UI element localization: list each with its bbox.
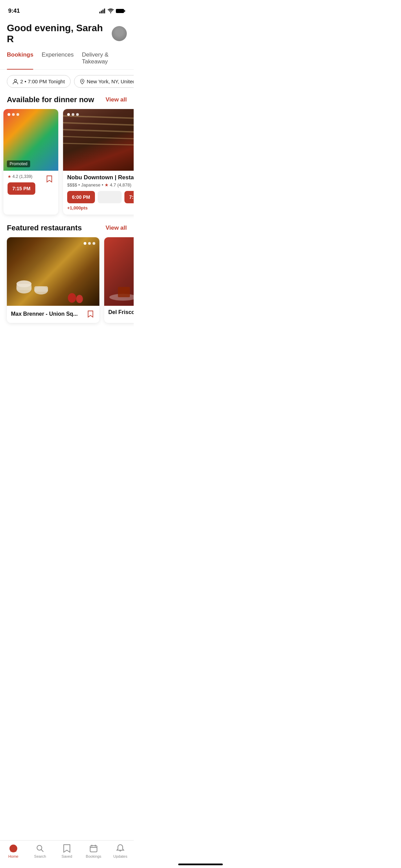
svg-point-6 — [14, 79, 17, 82]
available-view-all[interactable]: View all — [106, 96, 127, 103]
promoted-card-body: ★ 4.2 (1,339) 7:15 PM — [3, 171, 58, 199]
svg-line-11 — [63, 136, 134, 140]
promoted-time-buttons: 7:15 PM — [8, 182, 54, 195]
nobu-time-buttons: 6:00 PM 7:15 PM — [67, 191, 134, 203]
nobu-time-600pm[interactable]: 6:00 PM — [67, 191, 95, 203]
status-time: 9:41 — [8, 8, 20, 14]
svg-point-19 — [76, 295, 83, 303]
location-filter[interactable]: New York, NY, United States — [74, 75, 134, 88]
available-section-header: Available for dinner now View all — [0, 93, 134, 109]
svg-rect-2 — [102, 10, 104, 13]
featured-view-all[interactable]: View all — [106, 225, 127, 231]
featured-section-title: Featured restaurants — [7, 224, 82, 232]
promoted-card-image: true Promoted — [3, 109, 58, 171]
guests-filter-label: 2 • 7:00 PM Tonight — [20, 79, 65, 84]
nobu-points-label: +1,000pts — [67, 205, 134, 210]
promoted-restaurant-card[interactable]: true Promoted ★ 4.2 (1,339) 7:15 PM — [3, 109, 58, 215]
del-friscos-card[interactable]: Del Frisco's G... — [104, 237, 134, 323]
nobu-card-body: Nobu Downtown | Resta... $$$$ • Japanese… — [63, 171, 134, 215]
card-image-dots — [8, 113, 19, 116]
nobu-time-placeholder — [98, 191, 122, 203]
max-brenner-card[interactable]: Max Brenner - Union Sq... — [7, 237, 99, 323]
avatar[interactable] — [112, 26, 127, 41]
location-icon — [80, 79, 85, 84]
max-brenner-name: Max Brenner - Union Sq... — [11, 311, 86, 317]
nobu-card-image — [63, 109, 134, 171]
tab-bookings[interactable]: Bookings — [7, 48, 33, 69]
svg-line-12 — [63, 143, 134, 146]
svg-line-8 — [63, 116, 134, 119]
svg-rect-4 — [116, 9, 124, 13]
filter-row: 2 • 7:00 PM Tonight New York, NY, United… — [0, 70, 134, 93]
available-section-title: Available for dinner now — [7, 95, 94, 104]
featured-section-header: Featured restaurants View all — [0, 221, 134, 237]
max-brenner-card-body: Max Brenner - Union Sq... — [7, 306, 99, 323]
svg-rect-17 — [34, 286, 48, 292]
svg-point-7 — [82, 80, 83, 82]
promoted-badge: true Promoted — [7, 160, 30, 167]
svg-rect-5 — [124, 10, 125, 12]
svg-rect-3 — [104, 9, 105, 13]
svg-point-15 — [16, 280, 32, 287]
location-filter-label: New York, NY, United States — [87, 79, 134, 84]
wifi-icon — [108, 9, 114, 13]
tab-delivery[interactable]: Delivery & Takeaway — [82, 48, 127, 69]
del-friscos-name: Del Frisco's G... — [108, 309, 134, 315]
available-restaurants-scroll: true Promoted ★ 4.2 (1,339) 7:15 PM — [0, 109, 134, 221]
nobu-card-name: Nobu Downtown | Resta... — [67, 174, 134, 181]
tab-experiences[interactable]: Experiences — [41, 48, 74, 69]
battery-icon — [116, 9, 125, 13]
svg-line-10 — [63, 130, 134, 133]
person-icon — [13, 79, 18, 84]
nobu-card-meta: $$$$ • Japanese • ★ 4.7 (4,878) — [67, 182, 134, 188]
status-icons — [99, 9, 125, 13]
greeting-text: Good evening, Sarah R — [7, 23, 112, 45]
header: Good evening, Sarah R — [0, 17, 134, 48]
tabs-container: Bookings Experiences Delivery & Takeaway — [0, 48, 134, 70]
status-bar: 9:41 — [0, 0, 134, 17]
del-friscos-card-body: Del Frisco's G... — [104, 306, 134, 320]
del-friscos-image — [104, 237, 134, 306]
time-button-715pm-promoted[interactable]: 7:15 PM — [8, 182, 35, 195]
guests-filter[interactable]: 2 • 7:00 PM Tonight — [7, 75, 71, 88]
featured-restaurants-scroll: Max Brenner - Union Sq... — [0, 237, 134, 333]
svg-line-9 — [63, 123, 134, 126]
nobu-restaurant-card[interactable]: Nobu Downtown | Resta... $$$$ • Japanese… — [63, 109, 134, 215]
nobu-card-dots — [67, 113, 79, 116]
max-brenner-dots — [84, 242, 95, 245]
svg-point-18 — [68, 293, 76, 303]
promoted-bookmark-button[interactable] — [45, 174, 54, 184]
max-brenner-bookmark-button[interactable] — [86, 309, 95, 319]
nobu-time-715pm[interactable]: 7:15 PM — [124, 191, 134, 203]
svg-rect-0 — [99, 12, 100, 13]
max-brenner-image — [7, 237, 99, 306]
svg-rect-21 — [118, 287, 130, 297]
signal-icon — [99, 9, 106, 13]
svg-rect-1 — [101, 11, 102, 13]
